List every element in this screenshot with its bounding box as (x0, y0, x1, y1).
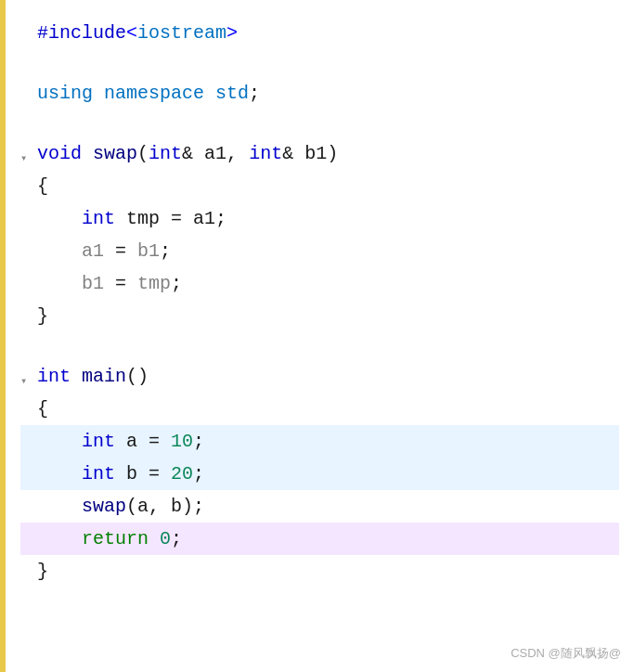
line-content-14: int a = 10; (37, 427, 619, 456)
arg-b: b (171, 496, 182, 517)
line-content-15: int b = 20; (37, 459, 619, 488)
space2 (204, 83, 215, 104)
b1-ref: b1 (137, 240, 160, 262)
code-line-12: ▾ int main() (20, 360, 619, 393)
int-keyword-2: int (249, 143, 282, 164)
var-a: a (126, 431, 137, 452)
line-content-3: using namespace std; (37, 79, 619, 108)
main-funcname: main (82, 366, 126, 387)
code-line-4 (20, 110, 619, 137)
include-bracket-close: > (226, 22, 238, 44)
brace-open-2: { (37, 398, 48, 420)
a1-assign: a1 (82, 240, 104, 262)
int-main-keyword: int (37, 366, 71, 387)
code-line-13: { (20, 393, 619, 425)
num-0: 0 (160, 528, 171, 549)
line-content-10: } (37, 302, 619, 330)
line-content-12: int main() (37, 362, 619, 391)
tmp-var: tmp (126, 208, 160, 229)
line-content-16: swap(a, b); (37, 492, 619, 521)
code-line-2 (20, 49, 619, 77)
b1-assign: b1 (82, 273, 104, 294)
include-bracket-open: < (126, 22, 137, 44)
code-line-3: using namespace std; (20, 77, 619, 110)
line-content-7: int tmp = a1; (37, 204, 619, 233)
swap-funcname: swap (93, 143, 137, 164)
num-10: 10 (171, 431, 193, 452)
collapse-icon-12[interactable]: ▾ (20, 373, 27, 391)
code-line-6: { (20, 170, 619, 202)
collapse-icon-5[interactable]: ▾ (20, 150, 27, 168)
line-content-13: { (37, 394, 619, 423)
brace-close-2: } (37, 561, 48, 582)
code-area: #include<iostream> using namespace std; … (0, 9, 634, 595)
code-line-8: a1 = b1; (20, 235, 619, 267)
line-content-18: } (37, 557, 619, 586)
line-content-8: a1 = b1; (37, 237, 619, 265)
int-keyword-3: int (82, 208, 115, 229)
num-20: 20 (171, 463, 193, 485)
std-identifier: std (215, 83, 249, 104)
param-a1: a1 (204, 143, 226, 164)
return-keyword: return (82, 528, 149, 549)
int-keyword-a: int (82, 431, 115, 452)
using-keyword: using (37, 83, 93, 104)
int-keyword-b: int (82, 463, 115, 485)
code-line-10: } (20, 300, 619, 332)
tmp-ref: tmp (137, 273, 171, 294)
line-content-6: { (37, 172, 619, 200)
code-line-9: b1 = tmp; (20, 267, 619, 300)
namespace-keyword: namespace (104, 83, 204, 104)
code-line-17: return 0; (20, 523, 619, 555)
code-line-1: #include<iostream> (20, 17, 619, 49)
int-keyword-1: int (149, 143, 182, 164)
line-content-5: void swap(int& a1, int& b1) (37, 139, 619, 168)
line-content-9: b1 = tmp; (37, 269, 619, 298)
semicolon1: ; (249, 83, 260, 104)
brace-close-1: } (37, 305, 48, 327)
void-keyword: void (37, 143, 82, 164)
arg-a: a (137, 496, 149, 517)
swap-call: swap (82, 496, 126, 517)
code-line-16: swap(a, b); (20, 490, 619, 523)
a1-ref: a1 (193, 208, 215, 229)
code-line-14: int a = 10; (20, 425, 619, 458)
code-line-7: int tmp = a1; (20, 202, 619, 235)
code-line-18: } (20, 555, 619, 588)
watermark: CSDN @随风飘扬@ (511, 644, 621, 663)
line-content-1: #include<iostream> (37, 19, 619, 47)
include-lib: iostream (137, 22, 226, 44)
code-line-11 (20, 332, 619, 360)
line-content-17: return 0; (37, 524, 619, 553)
code-editor: #include<iostream> using namespace std; … (0, 0, 634, 672)
param-b1: b1 (304, 143, 327, 164)
space1 (93, 83, 104, 104)
code-line-15: int b = 20; (20, 458, 619, 490)
var-b: b (126, 463, 137, 485)
code-line-5: ▾ void swap(int& a1, int& b1) (20, 137, 619, 170)
brace-open-1: { (37, 175, 48, 197)
include-keyword: #include (37, 22, 126, 44)
